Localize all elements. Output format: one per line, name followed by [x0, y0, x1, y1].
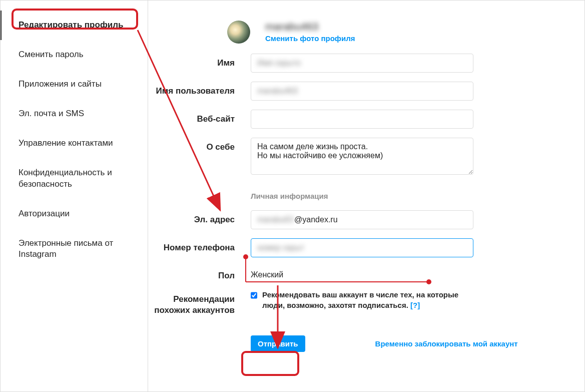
sidebar-item-instagram-emails[interactable]: Электронные письма от Instagram: [1, 229, 148, 270]
gender-label: Пол: [153, 266, 251, 281]
recommend-help-link[interactable]: [?]: [410, 301, 420, 309]
submit-button[interactable]: Отправить: [251, 335, 305, 352]
private-info-header: Личная информация: [251, 192, 473, 200]
phone-input[interactable]: номер скрыт: [251, 238, 473, 257]
name-value-blurred: Имя скрыто: [257, 59, 301, 68]
sidebar-item-privacy-security[interactable]: Конфиденциальность и безопасность: [1, 158, 148, 199]
website-label: Веб-сайт: [153, 110, 251, 124]
gender-value[interactable]: Женский: [251, 266, 473, 279]
phone-label: Номер телефона: [153, 238, 251, 253]
email-visible-part: @yandex.ru: [294, 215, 338, 224]
sidebar-item-apps-websites[interactable]: Приложения и сайты: [1, 70, 148, 99]
edit-profile-form: marabu463 Сменить фото профиля Имя Имя с…: [148, 1, 584, 391]
sidebar-item-edit-profile[interactable]: Редактировать профиль: [1, 11, 148, 40]
username-label: Имя пользователя: [153, 82, 251, 96]
settings-sidebar: Редактировать профиль Сменить пароль При…: [1, 1, 148, 391]
name-input[interactable]: Имя скрыто: [251, 54, 473, 73]
disable-account-link[interactable]: Временно заблокировать мой аккаунт: [375, 339, 518, 348]
profile-username: marabu463: [265, 21, 355, 33]
sidebar-item-login-activity[interactable]: Авторизации: [1, 199, 148, 229]
sidebar-item-email-sms[interactable]: Эл. почта и SMS: [1, 99, 148, 129]
avatar[interactable]: [227, 21, 250, 44]
profile-header: marabu463 Сменить фото профиля: [153, 21, 564, 44]
email-label: Эл. адрес: [153, 210, 251, 225]
website-input[interactable]: [251, 110, 473, 129]
sidebar-item-manage-contacts[interactable]: Управление контактами: [1, 129, 148, 158]
name-label: Имя: [153, 54, 251, 68]
phone-value-blurred: номер скрыт: [257, 243, 304, 252]
username-input[interactable]: marabu463: [251, 82, 473, 101]
recommend-checkbox[interactable]: [251, 291, 257, 299]
recommend-text: Рекомендовать ваш аккаунт в числе тех, н…: [262, 290, 473, 310]
annotation-submit-highlight: [241, 351, 299, 376]
recommend-label: Рекомендации похожих аккаунтов: [153, 290, 251, 315]
bio-textarea[interactable]: На самом деле жизнь проста. Но мы настой…: [251, 138, 473, 175]
username-value-blurred: marabu463: [257, 87, 298, 96]
sidebar-item-change-password[interactable]: Сменить пароль: [1, 40, 148, 70]
bio-label: О себе: [153, 138, 251, 152]
email-input[interactable]: marabu63 @yandex.ru: [251, 210, 473, 229]
change-photo-link[interactable]: Сменить фото профиля: [265, 34, 355, 43]
email-blurred-part: marabu63: [257, 215, 293, 224]
